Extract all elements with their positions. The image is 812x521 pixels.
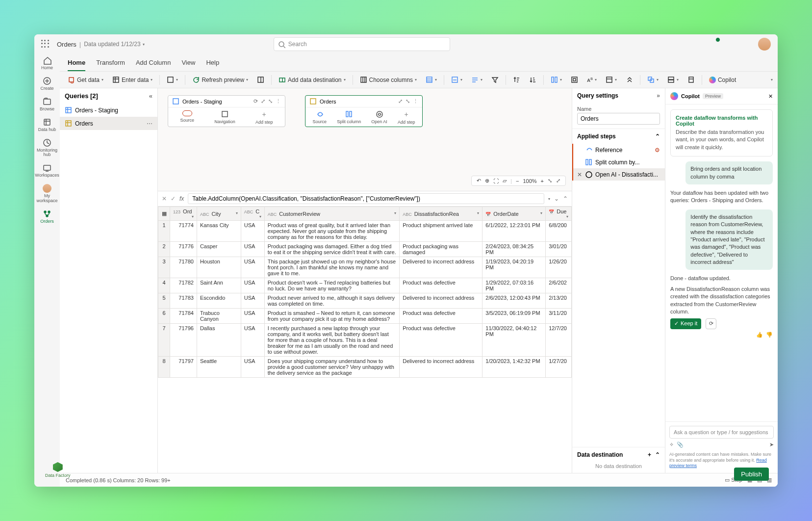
data-factory-badge[interactable]: Data Factory [45, 462, 71, 478]
link-icon[interactable]: ⤢ [398, 98, 403, 104]
reduce-rows-button[interactable]: ▾ [468, 75, 485, 85]
column-header[interactable]: 📅 OrderDate ▾ [482, 207, 546, 221]
step-reference[interactable]: Reference⚙ [572, 144, 665, 156]
enter-data-button[interactable]: Enter data▾ [109, 75, 155, 85]
use-first-row-button[interactable] [623, 75, 636, 85]
sparkle-icon[interactable]: ✧ [669, 442, 674, 447]
chevron-up-icon[interactable]: ⌃ [655, 133, 660, 140]
table-row[interactable]: 871797SeattleUSADoes your shipping compa… [158, 357, 572, 378]
column-header[interactable]: ABC DissatisfactionRea ▾ [400, 207, 482, 221]
collapse-icon[interactable]: ⤡ [268, 98, 273, 104]
map-icon[interactable]: ▱ [503, 178, 507, 184]
search-input[interactable]: Search [274, 37, 450, 51]
nav-orders[interactable]: Orders [40, 209, 54, 224]
thumbs-down-icon[interactable]: 👎 [766, 331, 773, 339]
cancel-fx-icon[interactable]: ✕ [162, 195, 167, 202]
accept-fx-icon[interactable]: ✓ [171, 195, 176, 202]
table-row[interactable]: 171774Kansas CityUSAProduct was of great… [158, 221, 572, 242]
add-destination-icon[interactable]: + [648, 451, 651, 458]
column-header[interactable]: ABC C ▾ [241, 207, 264, 221]
column-header[interactable]: ABC City ▾ [197, 207, 241, 221]
step-forward-icon[interactable]: ⌃ [563, 195, 568, 202]
chevron-up-icon[interactable]: ⌃ [655, 451, 660, 458]
sort-asc-button[interactable] [510, 75, 523, 85]
tab-add-column[interactable]: Add Column [136, 56, 171, 71]
keep-rows-button[interactable]: ▾ [423, 75, 440, 85]
collapse-icon[interactable]: ⤡ [406, 98, 410, 104]
merge-queries-button[interactable]: ▾ [644, 75, 661, 85]
tab-home[interactable]: Home [68, 56, 85, 71]
column-header[interactable]: 123 Ord ▾ [170, 207, 197, 221]
expand-icon[interactable]: ⛶ [493, 178, 499, 184]
column-header[interactable]: 📅 Due ▾ [546, 207, 572, 221]
step-open-ai[interactable]: ✕Open AI - Dissatisfacti... [572, 168, 665, 181]
table-row[interactable]: 371780HoustonUSAThis package just showed… [158, 257, 572, 278]
query-item-staging[interactable]: Orders - Staging [60, 104, 157, 117]
regenerate-button[interactable]: ⟳ [706, 318, 716, 329]
more-icon[interactable]: ⋯ [147, 120, 152, 127]
ribbon-collapse-icon[interactable]: ▾ [771, 78, 773, 82]
fullscreen-icon[interactable]: ⤢ [556, 178, 560, 184]
link-icon[interactable]: ⤢ [261, 98, 265, 104]
table-row[interactable]: 271776CasperUSAProduct packaging was dam… [158, 242, 572, 257]
app-launcher-icon[interactable] [41, 40, 50, 49]
copilot-input[interactable]: Ask a question or type / for suggestions [669, 426, 774, 439]
zoom-in-icon[interactable]: + [541, 178, 544, 184]
nav-create[interactable]: Create [40, 77, 53, 91]
notifications-icon[interactable] [708, 39, 718, 49]
refresh-icon[interactable]: ⟳ [254, 98, 258, 104]
refresh-preview-button[interactable]: Refresh preview▾ [189, 75, 251, 85]
add-destination-button[interactable]: Add data destination▾ [276, 75, 348, 85]
formula-input[interactable] [188, 193, 544, 204]
column-header[interactable]: ▦ [158, 207, 170, 221]
close-icon[interactable]: ✕ [768, 93, 773, 100]
query-item-orders[interactable]: Orders⋯ [60, 117, 157, 130]
more-icon[interactable]: ⋮ [413, 98, 418, 104]
table-row[interactable]: 671784Trabuco CanyonUSAProduct is smashe… [158, 309, 572, 324]
attach-icon[interactable]: 📎 [677, 442, 684, 447]
nav-monitoring[interactable]: Monitoring hub [34, 138, 60, 158]
chevron-down-icon[interactable]: ▾ [548, 197, 550, 201]
collapse-icon[interactable]: » [657, 92, 660, 99]
tab-help[interactable]: Help [206, 56, 219, 71]
nav-datahub[interactable]: Data hub [38, 118, 56, 132]
manage-button[interactable] [254, 75, 267, 85]
delete-step-icon[interactable]: ✕ [577, 171, 582, 178]
options-button[interactable]: ▾ [164, 75, 181, 85]
node-orders-staging[interactable]: Orders - Staging⟳⤢⤡⋮ Source Navigation +… [168, 95, 285, 127]
replace-values-button[interactable]: ᴀᴮ▾ [584, 75, 600, 85]
collapse-icon[interactable]: « [149, 92, 152, 100]
user-avatar[interactable] [758, 38, 771, 51]
nav-home[interactable]: Home [41, 56, 53, 71]
chevron-down-icon[interactable]: ▾ [143, 42, 145, 47]
data-type-button[interactable]: ▾ [603, 75, 620, 85]
step-split-column[interactable]: Split column by... [572, 156, 665, 168]
zoom-controls[interactable]: ↶ ⊕ ⛶ ▱ | − 100% + ⤡ ⤢ [471, 176, 566, 186]
zoom-out-icon[interactable]: − [516, 178, 519, 184]
undo-icon[interactable]: ↶ [477, 178, 481, 184]
nav-my-workspace[interactable]: My workspace [34, 184, 60, 204]
step-back-icon[interactable]: ⌄ [554, 195, 559, 202]
table-row[interactable]: 471782Saint AnnUSAProduct doesn't work –… [158, 278, 572, 293]
query-name-input[interactable] [577, 113, 660, 125]
settings-icon[interactable] [725, 39, 735, 49]
filter-button[interactable] [488, 75, 502, 85]
keep-it-button[interactable]: ✓ Keep it [670, 318, 701, 329]
remove-rows-button[interactable]: ▾ [448, 75, 465, 85]
tab-view[interactable]: View [181, 56, 195, 71]
get-data-button[interactable]: Get data▾ [65, 75, 106, 85]
help-icon[interactable] [741, 39, 751, 49]
send-icon[interactable]: ➤ [769, 442, 774, 448]
append-queries-button[interactable]: ▾ [664, 75, 682, 85]
combine-files-button[interactable] [685, 75, 698, 85]
gear-icon[interactable]: ⚙ [655, 147, 660, 154]
diagram-canvas[interactable]: Orders - Staging⟳⤢⤡⋮ Source Navigation +… [158, 88, 572, 191]
more-icon[interactable]: ⋮ [276, 98, 281, 104]
nav-workspaces[interactable]: Workspaces [35, 163, 59, 178]
column-header[interactable]: ABC CustomerReview ▾ [264, 207, 399, 221]
nav-browse[interactable]: Browse [40, 97, 54, 112]
sort-desc-button[interactable] [526, 75, 539, 85]
node-orders[interactable]: Orders⤢⤡⋮ Source Split column Open AI +A… [305, 95, 423, 127]
table-row[interactable]: 571783EscondidoUSAProduct never arrived … [158, 293, 572, 309]
choose-columns-button[interactable]: Choose columns▾ [357, 75, 420, 85]
